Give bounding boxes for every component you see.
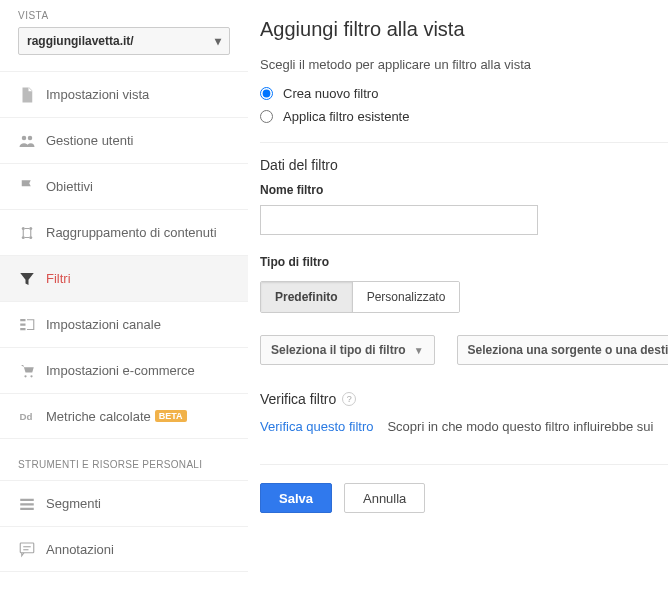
filter-name-label: Nome filtro bbox=[260, 183, 668, 197]
sidebar-item-segments[interactable]: Segmenti bbox=[0, 480, 248, 526]
sidebar-item-label: Obiettivi bbox=[46, 179, 93, 194]
channel-icon bbox=[18, 316, 46, 334]
filter-type-label: Tipo di filtro bbox=[260, 255, 668, 269]
sidebar-item-channel-settings[interactable]: Impostazioni canale bbox=[0, 301, 248, 347]
beta-badge: BETA bbox=[155, 410, 187, 422]
sidebar-item-label: Impostazioni vista bbox=[46, 87, 149, 102]
page-title: Aggiungi filtro alla vista bbox=[260, 18, 668, 41]
method-prompt: Scegli il metodo per applicare un filtro… bbox=[260, 57, 668, 72]
svg-rect-7 bbox=[20, 323, 25, 325]
svg-point-4 bbox=[22, 236, 25, 239]
sidebar-item-annotations[interactable]: Annotazioni bbox=[0, 526, 248, 572]
svg-rect-12 bbox=[20, 498, 34, 500]
svg-rect-8 bbox=[20, 328, 25, 330]
sidebar-item-label: Segmenti bbox=[46, 496, 101, 511]
filter-data-heading: Dati del filtro bbox=[260, 142, 668, 173]
cancel-button[interactable]: Annulla bbox=[344, 483, 425, 513]
svg-rect-14 bbox=[20, 507, 34, 509]
sidebar-item-label: Metriche calcolate bbox=[46, 409, 151, 424]
radio-existing-filter-label: Applica filtro esistente bbox=[283, 109, 409, 124]
annotations-icon bbox=[18, 540, 46, 558]
toggle-predefined[interactable]: Predefinito bbox=[261, 282, 352, 312]
users-icon bbox=[18, 132, 46, 150]
sidebar-item-label: Gestione utenti bbox=[46, 133, 133, 148]
svg-rect-13 bbox=[20, 503, 34, 505]
chevron-down-icon: ▾ bbox=[215, 34, 221, 48]
sidebar-item-label: Impostazioni e-commerce bbox=[46, 363, 195, 378]
svg-point-2 bbox=[22, 227, 25, 230]
document-icon bbox=[18, 86, 46, 104]
svg-point-5 bbox=[29, 236, 32, 239]
sidebar-item-content-grouping[interactable]: Raggruppamento di contenuti bbox=[0, 209, 248, 255]
flag-icon bbox=[18, 178, 46, 196]
filter-name-input[interactable] bbox=[260, 205, 538, 235]
filter-icon bbox=[18, 270, 46, 288]
verify-filter-link[interactable]: Verifica questo filtro bbox=[260, 419, 373, 434]
svg-rect-6 bbox=[20, 319, 25, 321]
group-icon bbox=[18, 224, 46, 242]
toggle-custom[interactable]: Personalizzato bbox=[352, 282, 460, 312]
property-dropdown[interactable]: raggiungilavetta.it/ ▾ bbox=[18, 27, 230, 55]
verify-filter-heading: Verifica filtro bbox=[260, 391, 336, 407]
filter-type-dropdown[interactable]: Seleziona il tipo di filtro ▼ bbox=[260, 335, 435, 365]
sidebar-item-label: Annotazioni bbox=[46, 542, 114, 557]
sidebar-item-view-settings[interactable]: Impostazioni vista bbox=[0, 71, 248, 117]
svg-point-0 bbox=[22, 135, 27, 140]
radio-existing-filter[interactable] bbox=[260, 110, 273, 123]
property-name: raggiungilavetta.it/ bbox=[27, 34, 134, 48]
radio-new-filter-label: Crea nuovo filtro bbox=[283, 86, 378, 101]
svg-point-10 bbox=[30, 375, 32, 377]
sidebar-item-goals[interactable]: Obiettivi bbox=[0, 163, 248, 209]
segments-icon bbox=[18, 495, 46, 513]
dropdown-label: Seleziona una sorgente o una destinazion… bbox=[468, 343, 668, 357]
filter-type-toggle: Predefinito Personalizzato bbox=[260, 281, 460, 313]
sidebar-item-user-management[interactable]: Gestione utenti bbox=[0, 117, 248, 163]
radio-new-filter[interactable] bbox=[260, 87, 273, 100]
sidebar-item-label: Filtri bbox=[46, 271, 71, 286]
sidebar-item-filters[interactable]: Filtri bbox=[0, 255, 248, 301]
save-button[interactable]: Salva bbox=[260, 483, 332, 513]
svg-point-3 bbox=[29, 227, 32, 230]
sidebar-item-calculated-metrics[interactable]: Dd Metriche calcolate BETA bbox=[0, 393, 248, 439]
cart-icon bbox=[18, 362, 46, 380]
sidebar-item-label: Raggruppamento di contenuti bbox=[46, 225, 217, 240]
chevron-down-icon: ▼ bbox=[414, 345, 424, 356]
sidebar-item-label: Impostazioni canale bbox=[46, 317, 161, 332]
vista-heading: VISTA bbox=[0, 10, 248, 27]
verify-filter-text: Scopri in che modo questo filtro influir… bbox=[387, 419, 653, 434]
dd-icon: Dd bbox=[18, 407, 46, 425]
svg-point-1 bbox=[28, 135, 33, 140]
svg-text:Dd: Dd bbox=[20, 411, 33, 422]
dropdown-label: Seleziona il tipo di filtro bbox=[271, 343, 406, 357]
sidebar-item-ecommerce[interactable]: Impostazioni e-commerce bbox=[0, 347, 248, 393]
svg-rect-15 bbox=[20, 543, 34, 553]
filter-source-dropdown[interactable]: Seleziona una sorgente o una destinazion… bbox=[457, 335, 668, 365]
tools-heading: STRUMENTI E RISORSE PERSONALI bbox=[0, 439, 248, 480]
svg-point-9 bbox=[24, 375, 26, 377]
help-icon[interactable]: ? bbox=[342, 392, 356, 406]
